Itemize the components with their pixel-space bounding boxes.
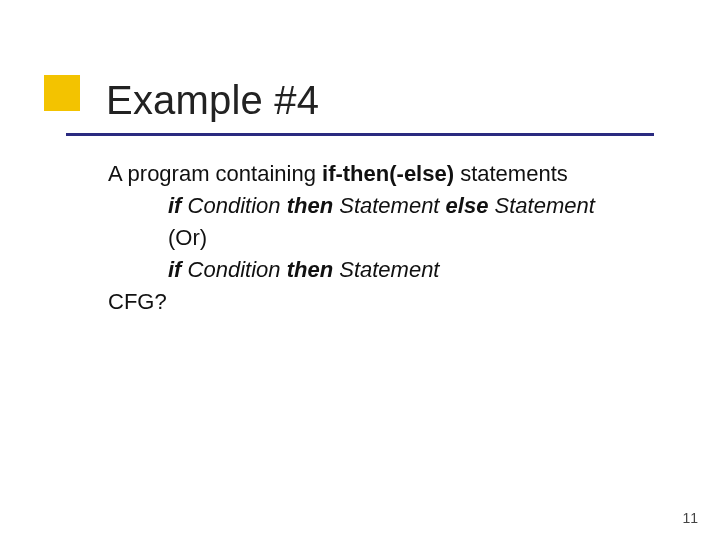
slide-title: Example #4 [106,78,319,123]
intro-prefix: A program containing [108,161,322,186]
or-text: (Or) [168,225,207,250]
body-text: A program containing if-then(-else) stat… [108,158,648,317]
kw-then-2: then [287,257,333,282]
kw-if-2: if [168,257,181,282]
decorative-square [44,75,80,111]
intro-bold: if-then(-else) [322,161,454,186]
kw-if-1: if [168,193,181,218]
if-then-else-line: if Condition then Statement else Stateme… [108,190,648,222]
if-then-line: if Condition then Statement [108,254,648,286]
stmt-1b: Statement [488,193,594,218]
page-number: 11 [682,510,698,526]
title-underline [66,133,654,136]
stmt-2: Statement [333,257,439,282]
cfg-line: CFG? [108,286,648,318]
intro-suffix: statements [454,161,568,186]
intro-line: A program containing if-then(-else) stat… [108,158,648,190]
cond-1: Condition [181,193,286,218]
slide: Example #4 A program containing if-then(… [0,0,720,540]
or-line: (Or) [108,222,648,254]
kw-else: else [446,193,489,218]
kw-then-1: then [287,193,333,218]
stmt-1a: Statement [333,193,446,218]
cond-2: Condition [181,257,286,282]
